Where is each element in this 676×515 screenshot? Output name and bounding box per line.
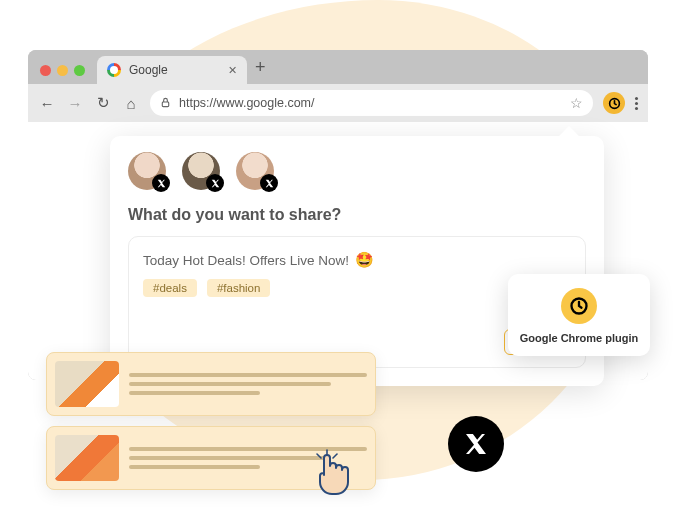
url-text: https://www.google.com/ xyxy=(179,96,314,110)
pointer-cursor-icon xyxy=(310,448,354,504)
tab-bar: Google ✕ + xyxy=(28,50,648,84)
home-button[interactable]: ⌂ xyxy=(122,95,140,112)
tab-close-icon[interactable]: ✕ xyxy=(228,64,237,77)
avatar-1[interactable] xyxy=(128,152,166,190)
x-fab-button[interactable] xyxy=(448,416,504,472)
svg-rect-0 xyxy=(162,102,168,107)
traffic-lights xyxy=(36,65,89,84)
browser-toolbar: ← → ↻ ⌂ https://www.google.com/ ☆ xyxy=(28,84,648,122)
forward-button[interactable]: → xyxy=(66,95,84,112)
hashtag-chip[interactable]: #fashion xyxy=(207,279,270,297)
x-badge-icon xyxy=(206,174,224,192)
plugin-card: Google Chrome plugin xyxy=(508,274,650,356)
plugin-clock-icon xyxy=(561,288,597,324)
result-thumbnail xyxy=(55,435,119,481)
back-button[interactable]: ← xyxy=(38,95,56,112)
new-tab-button[interactable]: + xyxy=(255,57,266,84)
result-thumbnail xyxy=(55,361,119,407)
avatar-2[interactable] xyxy=(182,152,220,190)
result-card[interactable] xyxy=(46,352,376,416)
result-lines xyxy=(129,361,367,407)
tab-title: Google xyxy=(129,63,168,77)
browser-menu-button[interactable] xyxy=(635,97,638,110)
plugin-label: Google Chrome plugin xyxy=(516,332,642,344)
address-bar[interactable]: https://www.google.com/ ☆ xyxy=(150,90,593,116)
window-minimize-button[interactable] xyxy=(57,65,68,76)
svg-line-5 xyxy=(333,454,337,458)
lock-icon xyxy=(160,97,171,110)
avatar-row xyxy=(128,152,586,190)
hashtag-row: #deals #fashion xyxy=(143,279,571,297)
x-badge-icon xyxy=(152,174,170,192)
bookmark-star-icon[interactable]: ☆ xyxy=(570,95,583,111)
avatar-3[interactable] xyxy=(236,152,274,190)
composer-text: Today Hot Deals! Offers Live Now! 🤩 xyxy=(143,251,571,269)
extension-icon[interactable] xyxy=(603,92,625,114)
browser-tab[interactable]: Google ✕ xyxy=(97,56,247,84)
composer-content: Today Hot Deals! Offers Live Now! xyxy=(143,253,349,268)
google-favicon-icon xyxy=(107,63,121,77)
reload-button[interactable]: ↻ xyxy=(94,94,112,112)
window-maximize-button[interactable] xyxy=(74,65,85,76)
star-struck-emoji-icon: 🤩 xyxy=(355,251,374,269)
share-prompt: What do you want to share? xyxy=(128,206,586,224)
x-badge-icon xyxy=(260,174,278,192)
svg-line-3 xyxy=(317,454,321,458)
window-close-button[interactable] xyxy=(40,65,51,76)
hashtag-chip[interactable]: #deals xyxy=(143,279,197,297)
